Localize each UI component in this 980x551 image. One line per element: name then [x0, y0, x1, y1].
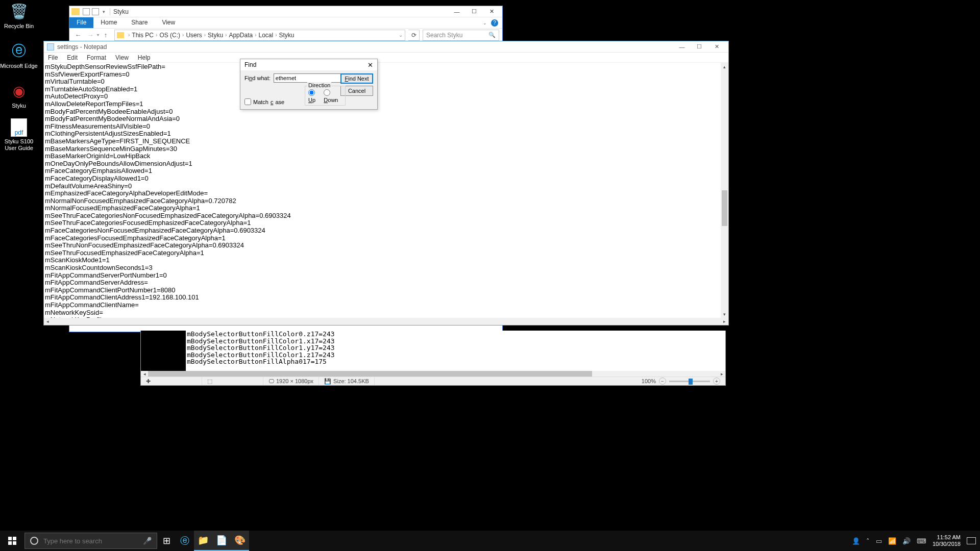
explorer-titlebar[interactable]: ▾ Styku — ☐ ✕: [69, 6, 502, 17]
desktop-icon-recycle-bin[interactable]: 🗑️ Recycle Bin: [0, 1, 38, 30]
mic-icon[interactable]: 🎤: [143, 537, 152, 545]
direction-up[interactable]: Up: [308, 89, 321, 103]
paint-text: mBodySelectorButtonFillColor0.z17=243 mB…: [186, 331, 725, 365]
status-cursor: ✚: [141, 377, 202, 385]
close-button[interactable]: ✕: [368, 61, 373, 69]
minimize-button[interactable]: —: [448, 7, 465, 17]
breadcrumb[interactable]: Users: [186, 32, 202, 39]
cortana-icon: [30, 537, 38, 545]
menu-help[interactable]: Help: [136, 54, 153, 62]
qat-properties-icon[interactable]: [83, 8, 90, 15]
menu-file[interactable]: File: [46, 54, 60, 62]
system-tray: 👤 ˄ ▭ 📶 🔊 ⌨ 11:52 AM 10/30/2018: [848, 531, 980, 551]
find-next-button[interactable]: Find Next: [340, 73, 373, 84]
tray-chevron-icon[interactable]: ˄: [866, 537, 870, 545]
nav-history-dropdown[interactable]: ▾: [97, 33, 99, 37]
scroll-up-icon[interactable]: ▴: [721, 63, 728, 70]
maximize-button[interactable]: ☐: [465, 7, 483, 17]
paint-statusbar: ✚ ⬚ 🖵 980 × 551px 💾 Size: 104.5KB 100%…: [141, 377, 725, 385]
battery-icon[interactable]: ▭: [876, 537, 882, 545]
menu-format[interactable]: Format: [85, 54, 108, 62]
taskbar-search-input[interactable]: [43, 537, 138, 545]
menu-edit[interactable]: Edit: [65, 54, 80, 62]
action-center-icon[interactable]: [967, 537, 976, 544]
maximize-button[interactable]: ☐: [691, 42, 708, 52]
people-icon[interactable]: 👤: [852, 537, 860, 545]
breadcrumb[interactable]: Styku: [208, 32, 223, 39]
zoom-value: 100%: [642, 378, 656, 384]
qat-dropdown-icon[interactable]: ▾: [103, 9, 105, 14]
tab-file[interactable]: File: [69, 17, 93, 28]
ribbon-help[interactable]: ⌄?: [479, 17, 502, 28]
taskbar: 🎤 ⊞ ⓔ 📁 📄 🎨 👤 ˄ ▭ 📶 🔊 ⌨ 11:52 AM 10/30/2…: [0, 531, 980, 551]
notepad-window: settings - Notepad — ☐ ✕ File Edit Forma…: [43, 41, 729, 325]
notepad-text-area[interactable]: mStykuDepthSensorReviewSsfFilePath= mSsf…: [44, 63, 728, 325]
taskbar-notepad[interactable]: 📄: [212, 531, 231, 551]
direction-down[interactable]: Down: [324, 89, 342, 103]
taskbar-paint[interactable]: 🎨: [231, 531, 249, 551]
edge-icon: ⓔ: [9, 41, 29, 61]
menu-view[interactable]: View: [113, 54, 131, 62]
recycle-bin-icon: 🗑️: [9, 1, 29, 21]
folder-icon: [71, 8, 80, 15]
find-title: Find: [244, 61, 256, 68]
paint-content[interactable]: mBodySelectorButtonFillColor0.z17=243 mB…: [186, 331, 725, 371]
paint-window: mBodySelectorButtonFillColor0.z17=243 mB…: [140, 331, 726, 386]
clock-date: 10/30/2018: [933, 541, 961, 547]
close-button[interactable]: ✕: [708, 42, 725, 52]
styku-icon: ◉: [9, 81, 29, 101]
nav-forward-button[interactable]: →: [85, 30, 96, 41]
scroll-down-icon[interactable]: ▾: [721, 310, 728, 318]
nav-back-button[interactable]: ←: [72, 30, 84, 41]
zoom-in-button[interactable]: +: [713, 378, 720, 385]
zoom-out-button[interactable]: −: [659, 378, 666, 385]
scrollbar-horizontal[interactable]: ◂ ▸: [44, 318, 728, 325]
scrollbar-vertical[interactable]: ▴ ▾: [721, 63, 728, 318]
explorer-search[interactable]: Search Styku 🔍: [423, 30, 499, 41]
address-dropdown-icon[interactable]: ⌄: [399, 32, 403, 38]
explorer-ribbon: File Home Share View ⌄?: [69, 17, 502, 29]
separator: [110, 8, 110, 15]
desktop-icon-styku[interactable]: ◉ Styku: [0, 81, 38, 109]
desktop-icon-edge[interactable]: ⓔ Microsoft Edge: [0, 41, 38, 69]
status-filesize: 💾 Size: 104.5KB: [319, 377, 375, 385]
minimize-button[interactable]: —: [673, 42, 691, 52]
taskbar-clock[interactable]: 11:52 AM 10/30/2018: [933, 534, 961, 547]
taskbar-explorer[interactable]: 📁: [194, 531, 212, 551]
breadcrumb[interactable]: Local: [258, 32, 273, 39]
scroll-right-icon[interactable]: ▸: [721, 318, 728, 325]
close-button[interactable]: ✕: [483, 7, 500, 17]
nav-up-button[interactable]: ↑: [100, 30, 111, 41]
start-button[interactable]: [0, 531, 24, 551]
taskbar-edge[interactable]: ⓔ: [176, 531, 194, 551]
breadcrumb[interactable]: OS (C:): [159, 32, 180, 39]
desktop-label: Recycle Bin: [0, 23, 38, 30]
scroll-thumb[interactable]: [722, 190, 727, 226]
desktop-label: Styku S100 User Guide: [0, 138, 38, 152]
breadcrumb[interactable]: AppData: [229, 32, 253, 39]
tab-share[interactable]: Share: [124, 17, 155, 28]
match-case-checkbox[interactable]: Match case: [244, 98, 284, 105]
notepad-menubar: File Edit Format View Help: [44, 53, 728, 63]
volume-icon[interactable]: 🔊: [902, 537, 911, 545]
breadcrumb[interactable]: Styku: [279, 32, 295, 39]
notepad-titlebar[interactable]: settings - Notepad — ☐ ✕: [44, 41, 728, 53]
taskbar-search[interactable]: 🎤: [24, 533, 157, 549]
desktop-label: Styku: [0, 103, 38, 109]
address-bar[interactable]: › This PC› OS (C:)› Users› Styku› AppDat…: [114, 30, 405, 41]
desktop-icon-guide[interactable]: pdf Styku S100 User Guide: [0, 118, 38, 152]
explorer-navbar: ← → ▾ ↑ › This PC› OS (C:)› Users› Styku…: [69, 29, 502, 42]
breadcrumb[interactable]: This PC: [132, 32, 154, 39]
desktop-label: Microsoft Edge: [0, 63, 38, 69]
keyboard-icon[interactable]: ⌨: [917, 537, 926, 545]
tab-home[interactable]: Home: [93, 17, 124, 28]
find-what-label: Find what:: [244, 75, 271, 81]
tab-view[interactable]: View: [155, 17, 182, 28]
wifi-icon[interactable]: 📶: [888, 537, 896, 545]
find-titlebar[interactable]: Find ✕: [240, 59, 377, 70]
refresh-button[interactable]: ⟳: [408, 30, 420, 41]
qat-newfolder-icon[interactable]: [92, 8, 99, 15]
task-view-button[interactable]: ⊞: [157, 531, 176, 551]
scroll-left-icon[interactable]: ◂: [44, 318, 52, 325]
zoom-slider[interactable]: [669, 381, 710, 382]
